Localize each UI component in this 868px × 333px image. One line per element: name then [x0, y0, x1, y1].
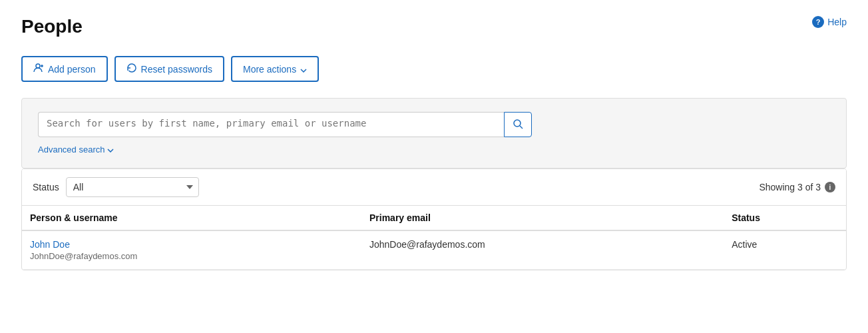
advanced-search-label: Advanced search — [38, 145, 105, 155]
person-username: JohnDoe@rafaydemos.com — [30, 251, 353, 261]
add-person-label: Add person — [48, 64, 96, 75]
svg-point-3 — [514, 120, 521, 127]
toolbar: Add person Reset passwords More actions — [21, 56, 847, 82]
chevron-down-icon — [300, 64, 307, 75]
reset-passwords-label: Reset passwords — [141, 64, 212, 75]
svg-line-4 — [520, 126, 523, 129]
people-table: Person & username Primary email Status J… — [22, 206, 846, 270]
col-header-status: Status — [724, 206, 846, 230]
advanced-search-chevron-icon — [107, 145, 114, 155]
reset-passwords-button[interactable]: Reset passwords — [114, 56, 224, 82]
search-input[interactable] — [38, 112, 504, 137]
more-actions-button[interactable]: More actions — [231, 56, 319, 82]
cell-person: John Doe JohnDoe@rafaydemos.com — [22, 230, 361, 270]
help-link[interactable]: ? Help — [812, 16, 847, 28]
svg-point-0 — [36, 64, 40, 68]
status-select[interactable]: All Active Inactive — [66, 177, 199, 197]
status-filter-label: Status — [33, 182, 59, 192]
cell-email: JohnDoe@rafaydemos.com — [361, 230, 724, 270]
reset-passwords-icon — [126, 63, 137, 75]
advanced-search-link[interactable]: Advanced search — [38, 145, 114, 155]
showing-text: Showing 3 of 3 — [759, 182, 821, 192]
info-icon: i — [825, 182, 835, 192]
search-button[interactable] — [504, 112, 532, 137]
person-name-link[interactable]: John Doe — [30, 239, 70, 250]
add-person-button[interactable]: Add person — [21, 56, 108, 82]
add-person-icon — [33, 63, 44, 75]
help-label: Help — [827, 17, 847, 27]
col-header-person: Person & username — [22, 206, 361, 230]
search-icon — [513, 119, 523, 131]
table-section: Status All Active Inactive Showing 3 of … — [21, 168, 847, 270]
page-title: People — [21, 16, 83, 37]
help-icon: ? — [812, 16, 824, 28]
filter-bar: Status All Active Inactive Showing 3 of … — [22, 169, 846, 206]
cell-status: Active — [724, 230, 846, 270]
more-actions-label: More actions — [243, 64, 296, 75]
search-section: Advanced search — [21, 98, 847, 168]
col-header-email: Primary email — [361, 206, 724, 230]
table-row: John Doe JohnDoe@rafaydemos.com JohnDoe@… — [22, 230, 846, 270]
